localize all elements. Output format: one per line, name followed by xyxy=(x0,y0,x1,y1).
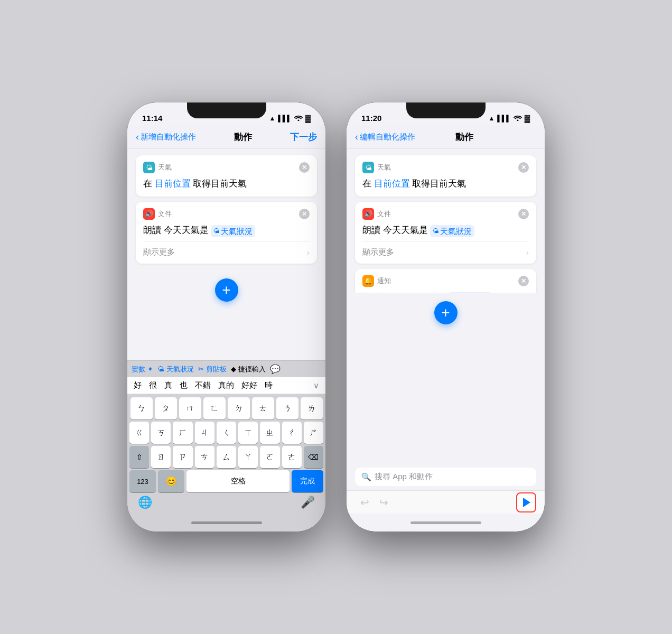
key-l[interactable]: ㄌ xyxy=(301,397,323,419)
weather-highlight[interactable]: 目前位置 xyxy=(155,179,191,189)
add-action-btn-2[interactable]: + xyxy=(434,301,458,324)
key-s[interactable]: ㄙ xyxy=(217,446,236,468)
key-x[interactable]: ㄒ xyxy=(238,422,258,444)
speak-card-header-2: 🔊 文件 ✕ xyxy=(362,208,529,220)
actions-list-1: 🌤 天氣 ✕ 在 目前位置 取得目前天氣 🔊 xyxy=(127,149,325,270)
shortcut-label: 捷徑輸入 xyxy=(238,365,266,374)
weather-card-header: 🌤 天氣 ✕ xyxy=(143,162,310,173)
status-time-1: 11:14 xyxy=(142,114,162,123)
weather-card: 🌤 天氣 ✕ 在 目前位置 取得目前天氣 xyxy=(136,155,317,197)
key-m[interactable]: ㄇ xyxy=(179,397,201,419)
more-chip-icon[interactable]: 💬 xyxy=(270,364,281,374)
nav-bar-2: ‹ 編輯自動化操作 動作 xyxy=(347,126,545,149)
done-key[interactable]: 完成 xyxy=(292,470,323,492)
signal-icon-2: ▌▌▌ xyxy=(497,115,511,122)
key-e[interactable]: ㄜ xyxy=(282,446,302,468)
key-b[interactable]: ㄅ xyxy=(130,397,153,419)
emoji-key[interactable]: 😊 xyxy=(158,470,184,492)
notify-title-row: 🔔 通知 xyxy=(362,275,391,287)
key-r[interactable]: ㄖ xyxy=(151,446,171,468)
wifi-icon xyxy=(294,115,303,123)
weather-chip[interactable]: 🌤 天氣狀況 xyxy=(157,365,194,374)
suggest-2[interactable]: 很 xyxy=(149,380,157,390)
token-text-1: 天氣狀況 xyxy=(221,226,253,237)
nav-back-1[interactable]: ‹ 新增自動化操作 xyxy=(136,132,196,143)
key-f[interactable]: ㄈ xyxy=(203,397,226,419)
notify-close-btn[interactable]: ✕ xyxy=(518,276,529,286)
key-d[interactable]: ㄉ xyxy=(228,397,250,419)
suggest-4[interactable]: 也 xyxy=(180,380,188,390)
phone-2: 11:20 ▲ ▌▌▌ ▓ ‹ xyxy=(347,102,545,532)
key-n[interactable]: ㄋ xyxy=(276,397,298,419)
back-chevron-1: ‹ xyxy=(136,132,139,143)
undo-btn[interactable]: ↩ xyxy=(355,493,374,512)
key-ch[interactable]: ㄔ xyxy=(282,422,302,444)
weather-icon-2: 🌤 xyxy=(362,162,374,173)
speak-card-header: 🔊 文件 ✕ xyxy=(143,208,310,220)
token-icon-2: 🌤 xyxy=(433,227,439,236)
key-a[interactable]: ㄚ xyxy=(238,446,258,468)
weather-category-2: 天氣 xyxy=(377,163,391,172)
key-j[interactable]: ㄐ xyxy=(195,422,214,444)
key-k[interactable]: ㄎ xyxy=(151,422,171,444)
location-icon-2: ▲ xyxy=(488,115,494,122)
status-icons-1: ▲ ▌▌▌ ▓ xyxy=(269,114,311,123)
add-action-btn-1[interactable]: + xyxy=(215,278,238,302)
variables-chip[interactable]: 變數 ✦ xyxy=(132,365,153,374)
notify-icon: 🔔 xyxy=(362,275,374,287)
weather-highlight-2[interactable]: 目前位置 xyxy=(374,179,410,189)
key-t[interactable]: ㄊ xyxy=(252,397,274,419)
shift-key[interactable]: ⇧ xyxy=(129,446,149,468)
delete-key[interactable]: ⌫ xyxy=(304,446,323,468)
suggest-5[interactable]: 不錯 xyxy=(195,380,211,390)
clipboard-label: 剪貼板 xyxy=(206,365,227,374)
key-sh[interactable]: ㄕ xyxy=(304,422,323,444)
speak-token[interactable]: 🌤天氣狀況 xyxy=(211,225,255,237)
battery-icon-2: ▓ xyxy=(525,114,530,123)
bottom-toolbar: ↩ ↪ xyxy=(347,490,545,514)
speak-token-2[interactable]: 🌤天氣狀況 xyxy=(430,225,474,237)
search-bar[interactable]: 🔍 搜尋 App 和動作 xyxy=(355,468,536,486)
key-o[interactable]: ㄛ xyxy=(260,446,279,468)
suggest-chevron[interactable]: ∨ xyxy=(313,381,319,390)
redo-btn[interactable]: ↪ xyxy=(374,493,393,512)
speak-action-text-2: 朗讀 今天天氣是 🌤天氣狀況 xyxy=(362,224,529,237)
speak-close-btn-2[interactable]: ✕ xyxy=(518,209,529,219)
back-label-2[interactable]: 編輯自動化操作 xyxy=(360,132,415,142)
back-label-1[interactable]: 新增自動化操作 xyxy=(141,132,196,142)
suggest-1[interactable]: 好 xyxy=(134,380,142,390)
nav-next-btn[interactable]: 下一步 xyxy=(290,131,317,143)
weather-action-text-2: 在 目前位置 取得目前天氣 xyxy=(362,178,529,190)
weather-close-btn-2[interactable]: ✕ xyxy=(518,162,529,173)
num-key[interactable]: 123 xyxy=(129,470,156,492)
key-h[interactable]: ㄏ xyxy=(173,422,192,444)
key-p[interactable]: ㄆ xyxy=(155,397,177,419)
suggest-6[interactable]: 真的 xyxy=(218,380,234,390)
suggest-8[interactable]: 時 xyxy=(265,380,273,390)
home-bar-2 xyxy=(410,521,481,524)
shortcut-chip[interactable]: ◆ 捷徑輸入 xyxy=(231,365,266,374)
weather-card-2: 🌤 天氣 ✕ 在 目前位置 取得目前天氣 xyxy=(355,155,536,197)
weather-close-btn[interactable]: ✕ xyxy=(299,162,310,173)
globe-icon[interactable]: 🌐 xyxy=(138,496,152,509)
space-key[interactable]: 空格 xyxy=(186,470,290,492)
nav-back-2[interactable]: ‹ 編輯自動化操作 xyxy=(355,132,415,143)
nav-bar-1: ‹ 新增自動化操作 動作 下一步 xyxy=(127,126,325,149)
key-z[interactable]: ㄗ xyxy=(173,446,192,468)
speak-show-more[interactable]: 顯示更多 › xyxy=(143,241,310,257)
mic-icon[interactable]: 🎤 xyxy=(301,496,315,509)
notify-card: 🔔 通知 ✕ 顯示通知 今天天氣是 🌤天氣狀況 顯示更多 › xyxy=(355,269,536,293)
key-c[interactable]: ㄘ xyxy=(195,446,214,468)
speak-show-more-2[interactable]: 顯示更多 › xyxy=(362,241,529,257)
suggest-3[interactable]: 真 xyxy=(164,380,172,390)
status-time-2: 11:20 xyxy=(361,114,381,123)
clipboard-chip[interactable]: ✂ 剪貼板 xyxy=(198,365,227,374)
key-g[interactable]: ㄍ xyxy=(129,422,149,444)
suggest-7[interactable]: 好好 xyxy=(241,380,257,390)
speak-close-btn[interactable]: ✕ xyxy=(299,209,310,219)
key-q[interactable]: ㄑ xyxy=(217,422,236,444)
notch xyxy=(187,102,266,118)
speak-category-2: 文件 xyxy=(377,209,391,219)
play-btn[interactable] xyxy=(516,492,536,512)
key-zh[interactable]: ㄓ xyxy=(260,422,279,444)
